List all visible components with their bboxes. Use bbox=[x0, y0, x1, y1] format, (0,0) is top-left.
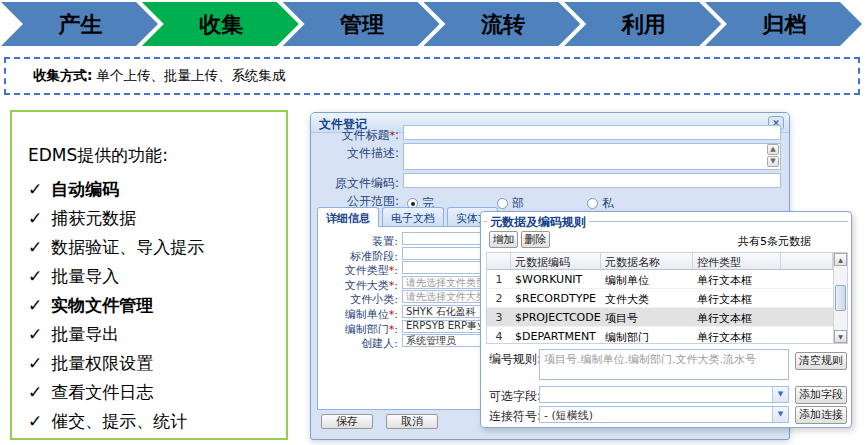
scroll-up-icon[interactable]: ▲ bbox=[767, 144, 779, 155]
table-header-row: 元数据编码元数据名称控件类型 bbox=[487, 253, 847, 270]
scroll-down-icon[interactable]: ▼ bbox=[834, 330, 847, 343]
collect-method-banner: 收集方式: 单个上传、批量上传、系统集成 bbox=[4, 57, 860, 95]
field-label: 创建人: bbox=[318, 336, 398, 351]
table-cell: $DEPARTMENT bbox=[511, 327, 601, 344]
text-input[interactable] bbox=[403, 173, 781, 188]
table-cell: 单行文本框 bbox=[693, 327, 781, 344]
field-label: 编制单位*: bbox=[318, 307, 398, 322]
feature-label: 实物文件管理 bbox=[51, 295, 153, 315]
field-label: 文件描述: bbox=[311, 145, 399, 162]
svg-text:利用: 利用 bbox=[621, 12, 666, 37]
table-row[interactable]: 3$PROJECTCODE项目号单行文本框 bbox=[487, 308, 847, 327]
svg-text:流转: 流转 bbox=[480, 12, 525, 37]
check-icon: ✓ bbox=[28, 208, 42, 228]
table-cell: $RECORDTYPE bbox=[511, 289, 601, 307]
feature-item: ✓批量权限设置 bbox=[28, 349, 280, 378]
scrollbar-thumb[interactable] bbox=[835, 285, 846, 311]
table-row[interactable]: 4$DEPARTMENT编制部门单行文本框 bbox=[487, 327, 847, 344]
svg-text:管理: 管理 bbox=[339, 12, 384, 37]
numbering-rule-input[interactable] bbox=[539, 349, 789, 380]
table-cell bbox=[781, 289, 833, 307]
check-icon: ✓ bbox=[28, 353, 42, 373]
field-label: 文件小类: bbox=[318, 292, 398, 307]
feature-label: 捕获元数据 bbox=[51, 208, 136, 228]
table-cell: 单行文本框 bbox=[693, 270, 781, 288]
column-header[interactable]: 元数据名称 bbox=[601, 253, 693, 269]
scroll-up-icon[interactable]: ▲ bbox=[834, 253, 847, 266]
check-icon: ✓ bbox=[28, 179, 42, 199]
check-icon: ✓ bbox=[28, 411, 42, 431]
features-list: ✓自动编码✓捕获元数据✓数据验证、导入提示✓批量导入✓实物文件管理✓批量导出✓批… bbox=[28, 175, 280, 436]
tab-电子文档[interactable]: 电子文档 bbox=[382, 207, 444, 226]
cancel-button[interactable]: 取消 bbox=[386, 414, 438, 429]
chevron-down-icon[interactable]: ▼ bbox=[772, 387, 788, 402]
field-label: 标准阶段: bbox=[318, 249, 398, 264]
add-connector-button[interactable]: 添加连接 bbox=[795, 406, 847, 424]
svg-text:收集: 收集 bbox=[199, 12, 243, 37]
feature-label: 自动编码 bbox=[51, 179, 119, 199]
feature-item: ✓查看文件日志 bbox=[28, 378, 280, 407]
table-cell: $PROJECTCODE bbox=[511, 308, 601, 326]
table-cell bbox=[781, 327, 833, 344]
text-input[interactable] bbox=[403, 125, 781, 140]
field-label: 文件大类*: bbox=[318, 278, 398, 293]
table-cell: 编制单位 bbox=[601, 270, 693, 288]
table-row[interactable]: 1$WORKUNIT编制单位单行文本框 bbox=[487, 270, 847, 289]
flow-step-2: 收集 bbox=[142, 2, 299, 46]
feature-label: 批量导入 bbox=[51, 266, 119, 286]
delete-button[interactable]: 删除 bbox=[521, 231, 550, 248]
optional-field-select[interactable]: ▼ bbox=[539, 386, 789, 403]
table-cell: 3 bbox=[487, 308, 511, 326]
tab-详细信息[interactable]: 详细信息 bbox=[317, 207, 379, 227]
flow-step-1: 产生 bbox=[1, 2, 158, 46]
connector-select[interactable]: - (短横线) ▼ bbox=[539, 406, 789, 423]
feature-item: ✓捕获元数据 bbox=[28, 204, 280, 233]
metadata-rules-panel: 元数据及编码规则 增加 删除 共有5条元数据 元数据编码元数据名称控件类型1$W… bbox=[480, 211, 852, 428]
check-icon: ✓ bbox=[28, 266, 42, 286]
table-cell: 编制部门 bbox=[601, 327, 693, 344]
table-cell: 4 bbox=[487, 327, 511, 344]
table-cell: 单行文本框 bbox=[693, 308, 781, 326]
column-header[interactable] bbox=[487, 253, 511, 269]
rule-label: 编号规则: bbox=[489, 351, 541, 368]
svg-text:归档: 归档 bbox=[762, 12, 807, 37]
column-header[interactable] bbox=[781, 253, 833, 269]
file-description-input[interactable] bbox=[403, 143, 781, 170]
check-icon: ✓ bbox=[28, 295, 42, 315]
table-row[interactable]: 2$RECORDTYPE文件大类单行文本框 bbox=[487, 289, 847, 308]
add-button[interactable]: 增加 bbox=[489, 231, 518, 248]
table-scrollbar[interactable]: ▲ ▼ bbox=[833, 253, 847, 343]
feature-label: 催交、提示、统计 bbox=[51, 411, 187, 431]
features-box: EDMS提供的功能: ✓自动编码✓捕获元数据✓数据验证、导入提示✓批量导入✓实物… bbox=[10, 110, 288, 440]
column-header[interactable]: 元数据编码 bbox=[511, 253, 601, 269]
scroll-down-icon[interactable]: ▼ bbox=[767, 156, 779, 167]
column-header[interactable]: 控件类型 bbox=[693, 253, 781, 269]
flow-step-6: 归档 bbox=[705, 2, 862, 46]
optional-field-label: 可选字段: bbox=[489, 388, 541, 405]
feature-label: 查看文件日志 bbox=[51, 382, 153, 402]
feature-item: ✓自动编码 bbox=[28, 175, 280, 204]
panel-legend: 元数据及编码规则 bbox=[487, 214, 589, 231]
chevron-down-icon[interactable]: ▼ bbox=[772, 407, 788, 422]
table-cell: 2 bbox=[487, 289, 511, 307]
field-label: 文件类型*: bbox=[318, 263, 398, 278]
features-title: EDMS提供的功能: bbox=[28, 144, 280, 167]
table-cell: 单行文本框 bbox=[693, 289, 781, 307]
clear-rule-button[interactable]: 清空规则 bbox=[795, 352, 847, 370]
add-field-button[interactable]: 添加字段 bbox=[795, 386, 847, 404]
flow-step-3: 管理 bbox=[283, 2, 440, 46]
metadata-table: 元数据编码元数据名称控件类型1$WORKUNIT编制单位单行文本框2$RECOR… bbox=[486, 252, 848, 344]
feature-label: 数据验证、导入提示 bbox=[51, 237, 204, 257]
metadata-count: 共有5条元数据 bbox=[738, 234, 811, 249]
check-icon: ✓ bbox=[28, 382, 42, 402]
table-cell: $WORKUNIT bbox=[511, 270, 601, 288]
svg-text:产生: 产生 bbox=[58, 12, 103, 37]
flow-step-5: 利用 bbox=[564, 2, 721, 46]
connector-label: 连接符号: bbox=[489, 408, 541, 425]
field-label: 装置: bbox=[318, 234, 398, 249]
save-button[interactable]: 保存 bbox=[321, 414, 373, 429]
edms-collect-slide: 产生收集管理流转利用归档 收集方式: 单个上传、批量上传、系统集成 EDMS提供… bbox=[0, 0, 866, 445]
banner-label: 收集方式: bbox=[33, 67, 92, 85]
flow-step-4: 流转 bbox=[423, 2, 580, 46]
check-icon: ✓ bbox=[28, 324, 42, 344]
